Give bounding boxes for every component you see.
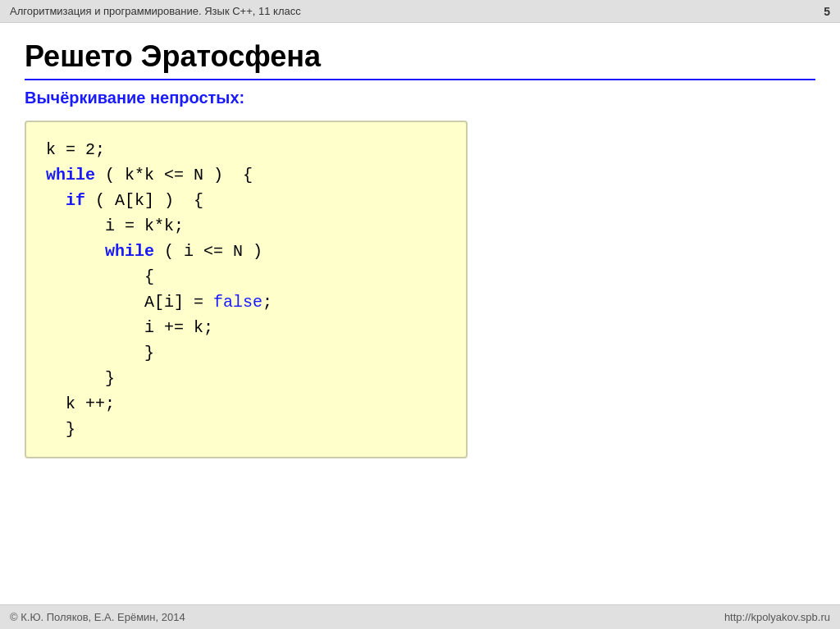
code-line-7: A[i] = false; bbox=[46, 289, 446, 315]
code-line-9: } bbox=[46, 340, 446, 366]
code-line-8: i += k; bbox=[46, 315, 446, 340]
code-line-12: } bbox=[46, 417, 446, 442]
code-line-1: k = 2; bbox=[46, 137, 446, 162]
keyword-if: if bbox=[66, 191, 85, 210]
page-title: Решето Эратосфена bbox=[25, 39, 815, 80]
code-line-11: k ++; bbox=[46, 391, 446, 417]
code-block: k = 2; while ( k*k <= N ) { if ( A[k] ) … bbox=[25, 121, 468, 458]
footer-url: http://kpolyakov.spb.ru bbox=[724, 611, 830, 623]
keyword-while-1: while bbox=[46, 166, 95, 185]
header-title: Алгоритмизация и программирование. Язык … bbox=[10, 5, 824, 17]
code-line-4: i = k*k; bbox=[46, 213, 446, 239]
keyword-false: false bbox=[213, 293, 262, 312]
footer: © К.Ю. Поляков, Е.А. Ерёмин, 2014 http:/… bbox=[0, 604, 840, 629]
subtitle: Вычёркивание непростых: bbox=[25, 89, 815, 107]
code-line-10: } bbox=[46, 366, 446, 391]
code-line-2: while ( k*k <= N ) { bbox=[46, 162, 446, 188]
keyword-while-2: while bbox=[105, 242, 154, 261]
slide-number: 5 bbox=[824, 5, 830, 18]
code-line-5: while ( i <= N ) bbox=[46, 239, 446, 264]
header-bar: Алгоритмизация и программирование. Язык … bbox=[0, 0, 840, 23]
code-line-6: { bbox=[46, 264, 446, 289]
main-content: Решето Эратосфена Вычёркивание непростых… bbox=[0, 23, 840, 475]
code-line-3: if ( A[k] ) { bbox=[46, 188, 446, 213]
footer-copyright: © К.Ю. Поляков, Е.А. Ерёмин, 2014 bbox=[10, 611, 724, 623]
